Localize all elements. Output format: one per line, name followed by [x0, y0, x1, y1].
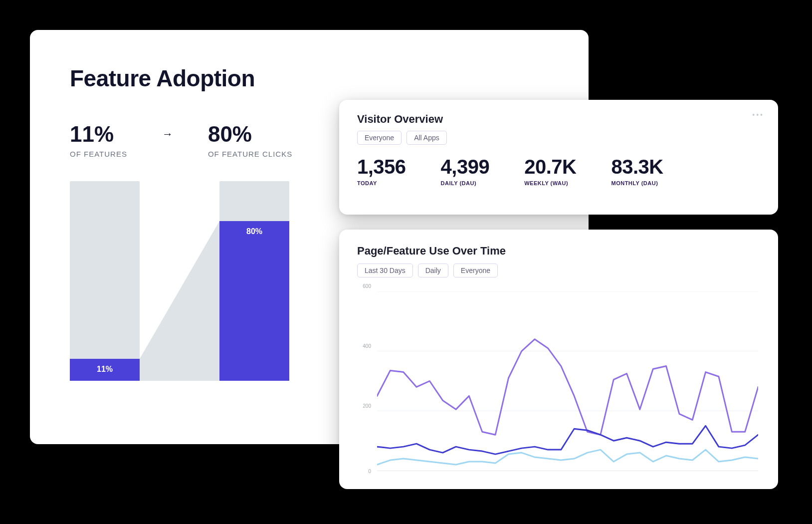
y-tick-200: 200 [363, 403, 371, 409]
bar-of-feature-clicks-track: 80% [219, 181, 289, 381]
arrow-right-icon: → [162, 128, 173, 141]
filter-everyone[interactable]: Everyone [357, 131, 402, 145]
filter-all-apps[interactable]: All Apps [406, 131, 447, 145]
more-actions-icon[interactable]: ••• [752, 111, 764, 119]
bar-of-features-label: 11% [97, 365, 113, 374]
filter-segment[interactable]: Everyone [453, 263, 498, 277]
metric-of-features-value: 11% [70, 122, 127, 147]
stat-daily-value: 4,399 [441, 156, 490, 178]
visitor-overview-title: Visitor Overview [357, 113, 760, 126]
metric-of-feature-clicks-label: OF FEATURE CLICKS [208, 150, 292, 158]
visitor-overview-filters: Everyone All Apps [357, 131, 760, 145]
bar-of-features-fill: 11% [70, 359, 140, 381]
chart-plot-area [377, 291, 758, 471]
page-feature-card: Page/Feature Use Over Time Last 30 Days … [339, 230, 778, 489]
metric-of-features-label: OF FEATURES [70, 150, 127, 158]
bar-of-features-track: 11% [70, 181, 140, 381]
stat-daily: 4,399 DAILY (DAU) [441, 156, 490, 186]
bar-of-feature-clicks-label: 80% [246, 227, 262, 236]
metric-of-feature-clicks-value: 80% [208, 122, 292, 147]
y-tick-0: 0 [368, 469, 371, 474]
stat-monthly-label: MONTHLY (DAU) [611, 180, 663, 186]
stat-daily-label: DAILY (DAU) [441, 180, 490, 186]
stat-weekly-value: 20.7K [524, 156, 576, 178]
stat-weekly-label: WEEKLY (WAU) [524, 180, 576, 186]
stat-weekly: 20.7K WEEKLY (WAU) [524, 156, 576, 186]
filter-granularity[interactable]: Daily [418, 263, 448, 277]
metric-of-features: 11% OF FEATURES [70, 122, 127, 158]
y-tick-400: 400 [363, 343, 371, 349]
stat-today-label: TODAY [357, 180, 406, 186]
visitor-overview-card: ••• Visitor Overview Everyone All Apps 1… [339, 100, 778, 215]
stat-today: 1,356 TODAY [357, 156, 406, 186]
page-feature-filters: Last 30 Days Daily Everyone [357, 263, 760, 277]
feature-adoption-title: Feature Adoption [70, 65, 549, 92]
bar-bridge [140, 181, 219, 381]
stat-monthly: 83.3K MONTHLY (DAU) [611, 156, 663, 186]
filter-date-range[interactable]: Last 30 Days [357, 263, 413, 277]
svg-marker-0 [140, 221, 219, 381]
bar-of-feature-clicks-fill: 80% [219, 221, 289, 381]
visitor-overview-stats: 1,356 TODAY 4,399 DAILY (DAU) 20.7K WEEK… [357, 156, 760, 186]
page-feature-chart: 0 200 400 600 [357, 291, 760, 481]
feature-adoption-bars: 11% 80% [70, 176, 289, 381]
page-feature-title: Page/Feature Use Over Time [357, 245, 760, 258]
metric-of-feature-clicks: 80% OF FEATURE CLICKS [208, 122, 292, 158]
stat-today-value: 1,356 [357, 156, 406, 178]
y-tick-600: 600 [363, 283, 371, 289]
stat-monthly-value: 83.3K [611, 156, 663, 178]
chart-y-axis: 0 200 400 600 [357, 291, 374, 471]
